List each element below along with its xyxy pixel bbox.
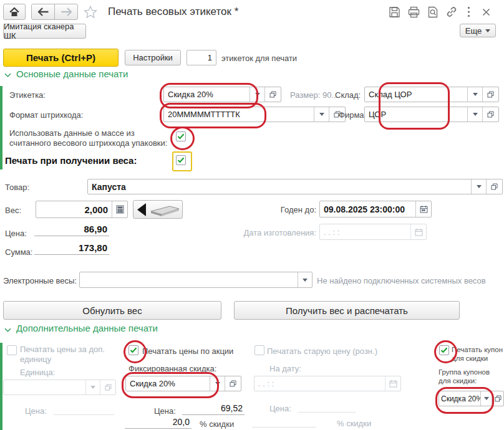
back-button[interactable] [31, 4, 55, 20]
label-combo[interactable]: Скидка 20% [163, 87, 281, 102]
coupon-group-value[interactable]: Скидка 20% [439, 391, 480, 406]
warehouse-combo-value[interactable]: Склад ЦОР [365, 87, 467, 102]
product-combo[interactable]: Капуста [87, 179, 503, 194]
barcode-format-value[interactable]: 20МММММТТТТТК [164, 107, 314, 122]
best-before-field[interactable]: 09.08.2025 23:00:00 [319, 201, 432, 217]
get-link-button[interactable] [445, 5, 458, 19]
reset-weight-button[interactable]: Обнулить вес [3, 301, 221, 320]
section-collapse-extra[interactable] [4, 327, 11, 333]
promo-percent-field[interactable]: 20,0 [125, 417, 191, 429]
more-menu-button[interactable]: Еще [460, 24, 496, 37]
warehouse-combo-dropdown[interactable] [467, 87, 482, 102]
print-on-weight-caption: Печать при получении веса: [5, 155, 137, 166]
scales-combo-value[interactable] [80, 272, 298, 287]
chevron-down-icon [303, 279, 308, 282]
print-ctrl-p-button[interactable]: Печать (Ctrl+P) [3, 49, 119, 67]
coupon-group-dropdown[interactable] [480, 391, 492, 406]
check-icon [130, 347, 137, 353]
firm-combo-open-button[interactable] [482, 107, 498, 122]
product-combo-value[interactable]: Капуста [88, 179, 471, 194]
open-icon [491, 183, 498, 190]
use-mass-checkbox[interactable] [176, 131, 186, 141]
firm-combo-dropdown[interactable] [467, 107, 482, 122]
product-combo-open-button[interactable] [486, 179, 502, 194]
home-button[interactable] [3, 4, 26, 20]
promo-discount-open-button[interactable] [225, 376, 241, 391]
best-before-calendar-button[interactable] [415, 201, 431, 217]
barcode-format-combo[interactable]: 20МММММТТТТТК [163, 107, 346, 122]
scales-combo[interactable] [79, 272, 313, 288]
alt-unit-checkbox [7, 345, 17, 355]
open-icon [230, 380, 236, 387]
close-button[interactable] [479, 5, 493, 19]
firm-caption: Фирма: [339, 110, 366, 120]
print-on-weight-checkbox[interactable] [176, 155, 186, 165]
weigh-and-print-button[interactable]: Получить вес и распечатать [234, 301, 460, 320]
old-price-checkbox [254, 345, 264, 355]
promo-price-field[interactable]: 69,52 [182, 403, 245, 415]
group-indicator-bar [0, 86, 2, 170]
chevron-down-icon [485, 29, 490, 32]
promo-discount-value[interactable]: Скидка 20% [126, 376, 210, 391]
price-field[interactable]: 86,90 [34, 224, 109, 236]
check-icon [177, 133, 185, 140]
vertical-dots-icon [467, 6, 470, 17]
coupon-group-open-button[interactable] [492, 391, 503, 406]
alt-unit-unit-caption: Единица: [20, 368, 55, 377]
warehouse-combo-open-button[interactable] [482, 87, 498, 102]
print-button-icon[interactable] [407, 5, 420, 19]
promo-discount-combo[interactable]: Скидка 20% [125, 376, 241, 391]
chevron-down-icon [255, 93, 260, 96]
open-icon [495, 395, 502, 402]
link-icon [445, 6, 458, 18]
forward-button[interactable] [54, 4, 78, 20]
promo-discount-dropdown[interactable] [210, 376, 225, 391]
get-weight-from-scales-button[interactable] [133, 200, 183, 219]
labels-count-input[interactable] [187, 50, 216, 65]
check-icon [177, 157, 185, 163]
price-caption: Цена: [5, 229, 27, 238]
weigh-and-print-label: Получить вес и распечатать [286, 305, 408, 316]
chevron-down-icon [215, 382, 220, 385]
best-before-value[interactable]: 09.08.2025 23:00:00 [320, 201, 415, 217]
label-combo-open-button[interactable] [264, 87, 281, 102]
label-combo-value[interactable]: Скидка 20% [164, 87, 250, 102]
old-price-percent-caption: % скидки [337, 419, 371, 428]
firm-combo-value[interactable]: ЦОР [365, 107, 467, 122]
weight-value[interactable]: 2,000 [36, 201, 112, 217]
product-combo-dropdown[interactable] [471, 179, 486, 194]
old-price-date-field: . . : : [254, 376, 401, 391]
total-field[interactable]: 173,80 [34, 242, 109, 255]
use-mass-caption: Использовать данные о массе из считанног… [9, 128, 173, 148]
promo-checkbox[interactable] [128, 345, 138, 355]
warehouse-combo[interactable]: Склад ЦОР [364, 87, 499, 102]
section-collapse-main[interactable] [4, 72, 11, 78]
save-button[interactable] [387, 5, 401, 19]
chevron-down-icon [90, 386, 95, 389]
scanner-simulation-button[interactable]: Имитация сканера ШК [3, 24, 86, 39]
manufacture-date-value: . . : : [320, 224, 410, 239]
preview-button[interactable] [426, 5, 440, 19]
manufacture-date-calendar-button [410, 224, 426, 239]
coupon-group-combo[interactable]: Скидка 20% [439, 391, 504, 406]
label-combo-dropdown[interactable] [250, 87, 264, 102]
print-ctrl-p-label: Печать (Ctrl+P) [26, 52, 95, 63]
product-caption: Товар: [5, 183, 29, 192]
firm-combo[interactable]: ЦОР [364, 107, 499, 122]
coupon-group-caption: Группа купонов для скидки: [439, 368, 501, 385]
weight-field[interactable]: 2,000 [36, 201, 128, 218]
chevron-down-icon [477, 185, 482, 188]
coupon-checkbox[interactable] [439, 345, 449, 355]
more-actions-button[interactable] [464, 5, 473, 19]
settings-button[interactable]: Настройки [125, 50, 181, 65]
alt-unit-price-field [54, 404, 114, 415]
manufacture-date-caption: Дата изготовления: [215, 228, 316, 237]
old-price-price-field [298, 401, 356, 413]
favorite-star-button[interactable] [82, 4, 99, 20]
barcode-format-dropdown[interactable] [314, 107, 329, 122]
label-field-caption: Этикетка: [9, 90, 46, 100]
section-title-extra: Дополнительные данные печати [16, 323, 158, 333]
weight-calculator-button[interactable] [112, 201, 127, 217]
weight-caption: Вес: [5, 206, 21, 215]
scales-combo-dropdown[interactable] [298, 272, 312, 287]
